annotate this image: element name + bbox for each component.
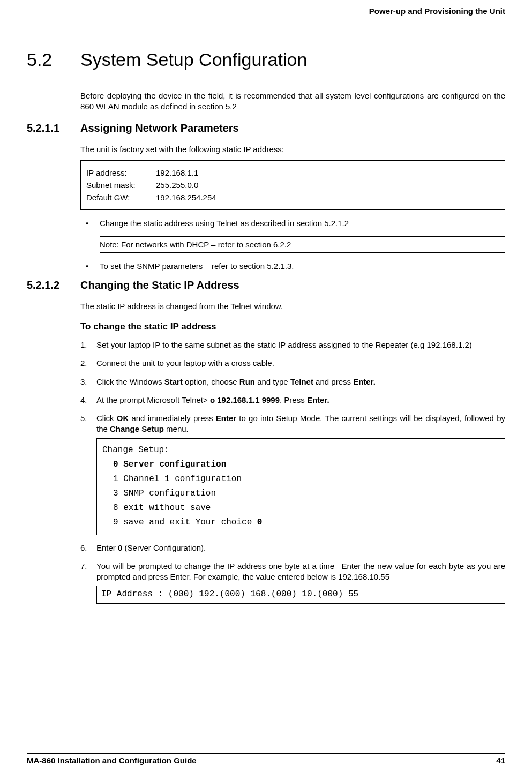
step-3-bold-h: Enter. xyxy=(353,377,376,386)
step-6-text-a: Enter xyxy=(96,543,118,552)
step-7-text: You will be prompted to change the IP ad… xyxy=(96,561,505,581)
step-7: You will be prompted to change the IP ad… xyxy=(80,561,505,604)
sub1-bullet-1: Change the static address using Telnet a… xyxy=(84,218,505,229)
step-5: Click OK and immediately press Enter to … xyxy=(80,413,505,535)
step-3-text-e: and type xyxy=(255,377,290,386)
sub1-bullets-top: Change the static address using Telnet a… xyxy=(80,218,505,229)
step-1: Set your laptop IP to the same subnet as… xyxy=(80,340,505,350)
term-line-1: 0 Server configuration xyxy=(102,458,499,472)
subsection-2-title: Changing the Static IP Address xyxy=(80,279,239,291)
step-3-bold-d: Run xyxy=(239,377,255,386)
ip-address-line: IP Address : (000) 192.(000) 168.(000) 1… xyxy=(101,589,500,599)
step-5-text-c: and immediately press xyxy=(129,414,216,423)
subsection-heading-1: 5.2.1.1 Assigning Network Parameters xyxy=(27,122,505,134)
subsection-1-body: The unit is factory set with the followi… xyxy=(80,144,505,272)
factory-ip-box: IP address: 192.168.1.1 Subnet mask: 255… xyxy=(80,160,505,210)
sub2-intro: The static IP address is changed from th… xyxy=(80,301,505,312)
section-title: System Setup Configuration xyxy=(80,49,307,70)
change-ip-steps: Set your laptop IP to the same subnet as… xyxy=(80,340,505,604)
term-line-1-text: 0 Server configuration xyxy=(113,460,226,469)
step-5-text-g: menu. xyxy=(164,424,189,433)
sub1-bullets-bottom: To set the SNMP parameters – refer to se… xyxy=(80,260,505,272)
ip-address-row: IP address: 192.168.1.1 xyxy=(86,168,499,177)
subnet-mask-row: Subnet mask: 255.255.0.0 xyxy=(86,181,499,190)
term-line-5: 9 save and exit Your choice 0 xyxy=(102,515,499,530)
section-number: 5.2 xyxy=(27,49,80,70)
subnet-mask-label: Subnet mask: xyxy=(86,181,156,190)
term-line-0: Change Setup: xyxy=(102,443,499,458)
step-3-bold-b: Start xyxy=(164,377,183,386)
step-5-bold-b: OK xyxy=(117,414,129,423)
step-4-text-c: . Press xyxy=(280,395,307,404)
term-line-5-text: 9 save and exit Your choice xyxy=(113,518,257,527)
dhcp-note: Note: For networks with DHCP – refer to … xyxy=(100,236,505,253)
default-gw-label: Default GW: xyxy=(86,193,156,202)
step-4-text-a: At the prompt Microsoft Telnet> xyxy=(96,395,210,404)
dhcp-note-text: Note: For networks with DHCP – refer to … xyxy=(100,240,291,249)
ip-address-value: 192.168.1.1 xyxy=(156,168,198,177)
step-5-text-a: Click xyxy=(96,414,117,423)
subnet-mask-value: 255.255.0.0 xyxy=(156,181,198,190)
subsection-1-title: Assigning Network Parameters xyxy=(80,122,239,134)
subsection-2-body: The static IP address is changed from th… xyxy=(80,301,505,604)
step-5-bold-f: Change Setup xyxy=(110,424,164,433)
change-setup-terminal: Change Setup: 0 Server configuration 1 C… xyxy=(96,438,505,535)
subsection-1-number: 5.2.1.1 xyxy=(27,122,80,134)
section-intro-block: Before deploying the device in the field… xyxy=(80,91,505,112)
page-footer: MA-860 Installation and Configuration Gu… xyxy=(27,753,505,765)
step-3: Click the Windows Start option, choose R… xyxy=(80,377,505,387)
step-4-bold-d: Enter. xyxy=(307,395,329,404)
sub1-bullet-2: To set the SNMP parameters – refer to se… xyxy=(84,260,505,272)
default-gw-row: Default GW: 192.168.254.254 xyxy=(86,193,499,202)
ip-address-terminal: IP Address : (000) 192.(000) 168.(000) 1… xyxy=(96,586,505,603)
step-3-text-a: Click the Windows xyxy=(96,377,164,386)
step-3-text-c: option, choose xyxy=(183,377,239,386)
section-heading: 5.2 System Setup Configuration xyxy=(27,49,505,70)
term-line-2: 1 Channel 1 configuration xyxy=(102,472,499,486)
footer-page-number: 41 xyxy=(496,756,505,765)
sub1-intro: The unit is factory set with the followi… xyxy=(80,144,505,155)
step-6: Enter 0 (Server Configuration). xyxy=(80,543,505,553)
step-2: Connect the unit to your laptop with a c… xyxy=(80,358,505,369)
step-5-bold-d: Enter xyxy=(216,414,236,423)
section-intro-text: Before deploying the device in the field… xyxy=(80,91,505,112)
step-6-text-c: (Server Configuration). xyxy=(122,543,206,552)
sub2-subhead: To change the static IP address xyxy=(80,321,505,332)
step-3-bold-f: Telnet xyxy=(290,377,313,386)
term-line-4: 8 exit without save xyxy=(102,501,499,515)
step-4: At the prompt Microsoft Telnet> o 192.16… xyxy=(80,395,505,406)
page-header: Power-up and Provisioning the Unit xyxy=(27,0,505,17)
ip-address-label: IP address: xyxy=(86,168,156,177)
term-line-5-choice: 0 xyxy=(257,518,263,527)
header-chapter-title: Power-up and Provisioning the Unit xyxy=(369,6,505,16)
default-gw-value: 192.168.254.254 xyxy=(156,193,216,202)
step-3-text-g: and press xyxy=(313,377,353,386)
step-4-bold-b: o 192.168.1.1 9999 xyxy=(210,395,280,404)
subsection-heading-2: 5.2.1.2 Changing the Static IP Address xyxy=(27,279,505,291)
subsection-2-number: 5.2.1.2 xyxy=(27,279,80,291)
footer-doc-title: MA-860 Installation and Configuration Gu… xyxy=(27,756,197,765)
term-line-3: 3 SNMP configuration xyxy=(102,486,499,501)
